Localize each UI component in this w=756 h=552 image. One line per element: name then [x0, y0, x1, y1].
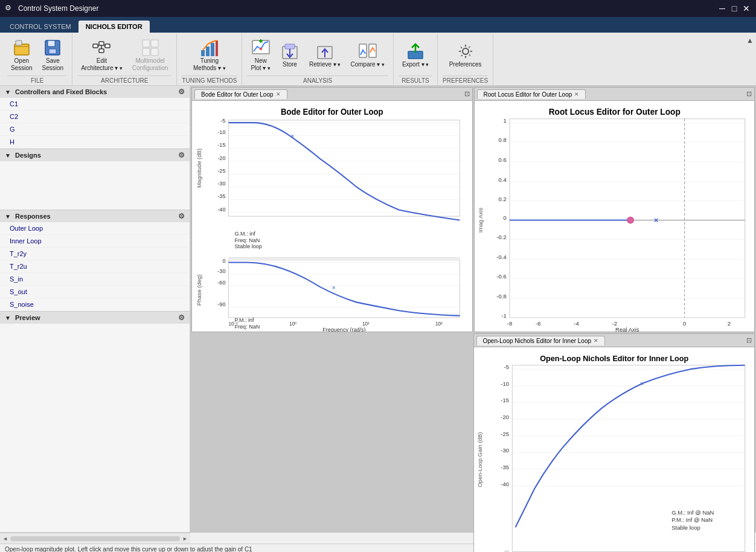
svg-text:G.M.: inf: G.M.: inf: [235, 231, 256, 237]
svg-text:-0.6: -0.6: [496, 273, 506, 280]
bode-plot-svg: Bode Editor for Outer Loop -5 -10 -15 -2…: [192, 101, 472, 332]
svg-rect-4: [49, 49, 56, 54]
svg-text:P.M.: inf: P.M.: inf: [235, 317, 254, 323]
responses-header[interactable]: ▼ Responses ⚙: [0, 210, 190, 222]
root-locus-plot-content[interactable]: Root Locus Editor for Outer Loop 1 0.8 0…: [475, 101, 755, 332]
sidebar-item-tr2y[interactable]: T_r2y: [0, 248, 190, 260]
nichols-tab-close[interactable]: ✕: [594, 338, 598, 344]
top-plot-row: Bode Editor for Outer Loop ✕ ⊡ Bode Edit…: [191, 87, 755, 332]
architecture-group-label: ARCHITECTURE: [77, 75, 171, 85]
svg-point-109: [627, 217, 633, 223]
open-session-button[interactable]: OpenSession: [7, 36, 36, 74]
preferences-button[interactable]: Preferences: [446, 40, 485, 70]
svg-text:-25: -25: [217, 168, 225, 174]
root-locus-tab-close[interactable]: ✕: [574, 91, 579, 97]
bode-maximize-icon[interactable]: ⊡: [464, 90, 470, 98]
new-plot-icon: [251, 38, 271, 57]
root-locus-tab[interactable]: Root Locus Editor for Outer Loop ✕: [477, 89, 586, 99]
status-text: Open-loop magnitude plot. Left click and…: [5, 546, 252, 552]
preferences-icon: [456, 42, 475, 61]
tuning-methods-button[interactable]: TuningMethods ▾: [190, 36, 229, 74]
new-plot-button[interactable]: NewPlot ▾: [247, 36, 274, 74]
svg-rect-25: [285, 44, 295, 49]
save-session-button[interactable]: SaveSession: [39, 36, 68, 74]
controllers-section: ▼ Controllers and Fixed Blocks ⚙ C1 C2 G…: [0, 86, 190, 149]
sidebar-item-outer-loop[interactable]: Outer Loop: [0, 222, 190, 235]
close-button[interactable]: ✕: [742, 4, 751, 13]
compare-label: Compare ▾: [350, 61, 384, 68]
sidebar-item-tr2u[interactable]: T_r2u: [0, 260, 190, 273]
svg-rect-35: [228, 120, 460, 216]
export-icon: [406, 42, 425, 61]
ribbon-collapse-button[interactable]: ▲: [746, 36, 754, 45]
designs-header[interactable]: ▼ Designs ⚙: [0, 149, 190, 161]
svg-rect-16: [201, 50, 205, 56]
retrieve-button[interactable]: Retrieve ▾: [306, 40, 345, 70]
svg-rect-8: [99, 49, 104, 53]
svg-text:×: ×: [639, 379, 644, 387]
svg-text:Freq: NaN: Freq: NaN: [235, 324, 260, 330]
sidebar-item-c1[interactable]: C1: [0, 98, 190, 111]
export-button[interactable]: Export ▾: [399, 40, 432, 70]
svg-rect-12: [143, 40, 150, 47]
ribbon-group-preferences: Preferences PREFERENCES: [438, 34, 493, 85]
sidebar-item-c2[interactable]: C2: [0, 111, 190, 123]
export-label: Export ▾: [402, 61, 429, 68]
svg-text:-1: -1: [501, 312, 506, 319]
sidebar-item-g[interactable]: G: [0, 123, 190, 136]
app-title: Control System Designer: [18, 4, 717, 13]
svg-point-33: [463, 48, 469, 54]
responses-gear-icon[interactable]: ⚙: [178, 212, 185, 220]
sidebar-item-h[interactable]: H: [0, 136, 190, 149]
preferences-buttons: Preferences: [446, 35, 485, 74]
root-locus-maximize-icon[interactable]: ⊡: [746, 90, 752, 98]
nichols-tab[interactable]: Open-Loop Nichols Editor for Inner Loop …: [476, 336, 606, 345]
svg-text:-30: -30: [217, 268, 225, 274]
retrieve-icon: [315, 42, 335, 61]
svg-text:-90: -90: [217, 301, 225, 307]
svg-text:-15: -15: [217, 142, 225, 148]
svg-text:1: 1: [503, 117, 506, 124]
svg-rect-17: [206, 47, 210, 56]
svg-text:10¹: 10¹: [362, 321, 370, 326]
svg-text:Stable loop: Stable loop: [235, 243, 262, 249]
bode-tab[interactable]: Bode Editor for Outer Loop ✕: [194, 89, 287, 99]
svg-text:-0.2: -0.2: [496, 234, 506, 240]
sidebar-item-snoise[interactable]: S_noise: [0, 298, 190, 311]
multimodel-configuration-button: MultimodelConfiguration: [129, 36, 171, 74]
preview-header[interactable]: ▼ Preview ⚙: [0, 312, 190, 324]
preview-gear-icon[interactable]: ⚙: [178, 313, 185, 322]
bode-plot-content[interactable]: Bode Editor for Outer Loop -5 -10 -15 -2…: [192, 101, 472, 332]
tab-nichols-editor[interactable]: NICHOLS EDITOR: [78, 21, 150, 33]
multimodel-label: MultimodelConfiguration: [132, 57, 168, 72]
nichols-maximize-icon[interactable]: ⊡: [746, 336, 752, 344]
svg-text:-35: -35: [217, 193, 225, 199]
svg-text:10⁰: 10⁰: [289, 321, 296, 326]
maximize-button[interactable]: □: [729, 4, 739, 13]
bode-tab-close[interactable]: ✕: [276, 91, 281, 97]
tab-control-system[interactable]: CONTROL SYSTEM: [2, 21, 78, 33]
sidebar-scrollbar[interactable]: ◄ ►: [0, 533, 190, 544]
sidebar-item-sout[interactable]: S_out: [0, 286, 190, 298]
controllers-header[interactable]: ▼ Controllers and Fixed Blocks ⚙: [0, 86, 190, 98]
edit-architecture-button[interactable]: EditArchitecture ▾: [77, 36, 126, 74]
responses-body: Outer Loop Inner Loop T_r2y T_r2u S_in S…: [0, 222, 190, 311]
controllers-gear-icon[interactable]: ⚙: [178, 88, 185, 96]
svg-text:-2: -2: [612, 320, 617, 327]
svg-text:P.M.: Inf @ NaN: P.M.: Inf @ NaN: [671, 517, 713, 524]
compare-button[interactable]: Compare ▾: [347, 40, 388, 70]
bottom-plot-row: Open-Loop Nichols Editor for Inner Loop …: [191, 333, 755, 552]
preview-title: Preview: [15, 314, 40, 321]
ribbon-group-analysis: NewPlot ▾ Store: [242, 34, 393, 85]
minimize-button[interactable]: ─: [717, 4, 727, 13]
svg-text:-5: -5: [220, 118, 225, 124]
sidebar-item-inner-loop[interactable]: Inner Loop: [0, 235, 190, 248]
bode-tab-bar: Bode Editor for Outer Loop ✕ ⊡: [192, 88, 472, 101]
svg-rect-1: [16, 40, 22, 45]
designs-gear-icon[interactable]: ⚙: [178, 151, 185, 159]
store-button[interactable]: Store: [277, 40, 303, 70]
svg-rect-18: [211, 43, 214, 56]
tuning-group-label: TUNING METHODS: [182, 75, 237, 85]
sidebar-item-sin[interactable]: S_in: [0, 273, 190, 286]
nichols-plot-content[interactable]: Open-Loop Nichols Editor for Inner Loop …: [474, 347, 755, 552]
